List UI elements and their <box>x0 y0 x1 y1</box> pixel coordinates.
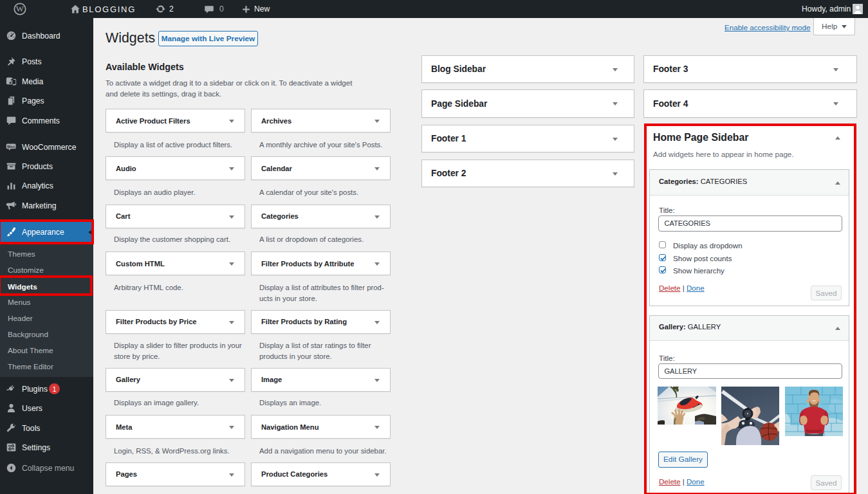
svg-text:Woo: Woo <box>7 145 15 149</box>
svg-text:W: W <box>16 4 24 14</box>
